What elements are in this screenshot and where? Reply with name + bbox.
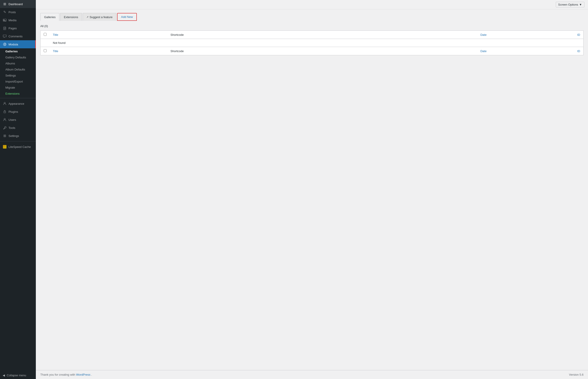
table-foot: Title Shortcode Date ID <box>41 47 584 55</box>
sidebar-item-label: Appearance <box>9 102 24 105</box>
sidebar-divider <box>0 98 36 98</box>
sidebar-item-comments[interactable]: Comments <box>0 32 36 40</box>
sidebar-item-pages[interactable]: Pages <box>0 24 36 32</box>
topbar: Screen Options ▼ <box>36 0 588 9</box>
collapse-label: Collapse menu <box>7 374 26 377</box>
sidebar-divider-2 <box>0 141 36 142</box>
footer: Thank you for creating with WordPress . … <box>36 370 588 379</box>
not-found-checkbox <box>41 39 50 47</box>
external-link-icon: ↗ <box>86 16 88 18</box>
sidebar-item-label: Comments <box>9 35 23 38</box>
media-icon <box>3 18 7 22</box>
sidebar-item-dashboard[interactable]: ⊞ Dashboard <box>0 0 36 8</box>
table-row-not-found: Not found <box>41 39 584 47</box>
svg-point-11 <box>4 118 5 120</box>
tab-extensions-label: Extensions <box>64 16 78 19</box>
table-header-title[interactable]: Title <box>50 31 167 39</box>
table-footer-date[interactable]: Date <box>364 47 490 55</box>
tab-extensions[interactable]: Extensions <box>60 13 82 21</box>
sidebar-item-label: Users <box>9 118 16 122</box>
svg-rect-1 <box>4 19 4 20</box>
sidebar-item-settings[interactable]: ⊞ Settings <box>0 132 36 140</box>
tab-suggest[interactable]: ↗ Suggest a feature <box>83 13 116 21</box>
screen-options-button[interactable]: Screen Options ▼ <box>556 2 584 7</box>
galleries-table: Title Shortcode Date ID Not found <box>40 31 584 55</box>
sidebar-subitem-albums[interactable]: Albums <box>0 60 36 66</box>
dashboard-icon: ⊞ <box>3 2 7 6</box>
table-footer-id[interactable]: ID <box>490 47 584 55</box>
collapse-icon: ◀ <box>3 374 5 377</box>
sidebar-item-users[interactable]: Users <box>0 116 36 124</box>
filter-count: (0) <box>44 24 48 28</box>
filter-all-label: All <box>40 24 43 28</box>
content-area: Galleries Extensions ↗ Suggest a feature… <box>36 9 588 370</box>
sidebar-item-litespeed[interactable]: LiteSpeed Cache <box>0 143 36 151</box>
pages-icon <box>3 26 7 30</box>
sidebar-subitem-gallery-defaults[interactable]: Gallery Defaults <box>0 54 36 60</box>
sidebar-item-label: Media <box>9 18 16 22</box>
sidebar-item-label: Posts <box>9 11 16 14</box>
sidebar-item-appearance[interactable]: Appearance <box>0 100 36 108</box>
litespeed-icon <box>3 145 7 149</box>
table-header-shortcode: Shortcode <box>167 31 364 39</box>
sidebar-item-modula[interactable]: Modula <box>0 40 36 48</box>
sidebar-item-label: Pages <box>9 27 17 30</box>
settings-icon: ⊞ <box>3 134 7 138</box>
footer-text: Thank you for creating with WordPress . <box>40 373 92 376</box>
wordpress-link[interactable]: WordPress <box>76 373 91 376</box>
sidebar-subitem-extensions[interactable]: Extensions <box>0 91 36 97</box>
plugins-icon <box>3 110 7 114</box>
posts-icon: ✎ <box>3 10 7 14</box>
filter-bar: All (0) <box>40 24 584 28</box>
tab-galleries[interactable]: Galleries <box>40 13 59 21</box>
table-header-id[interactable]: ID <box>490 31 584 39</box>
collapse-menu[interactable]: ◀ Collapse menu <box>0 372 36 379</box>
table-header-date[interactable]: Date <box>364 31 490 39</box>
modula-icon <box>3 42 7 46</box>
svg-point-8 <box>4 102 5 104</box>
sidebar-subitem-galleries[interactable]: Galleries <box>0 48 36 54</box>
version-text: Version 5.6 <box>569 373 584 376</box>
users-icon <box>3 118 7 122</box>
table-footer-title[interactable]: Title <box>50 47 167 55</box>
sidebar: ⊞ Dashboard ✎ Posts Media Pages <box>0 0 36 379</box>
sidebar-subitem-import-export[interactable]: Import/Export <box>0 79 36 85</box>
table-head: Title Shortcode Date ID <box>41 31 584 39</box>
screen-options-arrow: ▼ <box>579 3 582 6</box>
select-all-footer-checkbox[interactable] <box>44 49 47 52</box>
table-footer-checkbox <box>41 47 50 55</box>
tools-icon <box>3 126 7 130</box>
table-footer-shortcode: Shortcode <box>167 47 364 55</box>
sidebar-item-label: Settings <box>9 134 19 138</box>
sidebar-item-tools[interactable]: Tools <box>0 124 36 132</box>
sidebar-subitem-album-defaults[interactable]: Album Defaults <box>0 66 36 73</box>
tab-add-new[interactable]: Add New <box>117 13 137 21</box>
table-body: Not found <box>41 39 584 47</box>
tab-galleries-label: Galleries <box>44 16 56 19</box>
sidebar-item-label: Dashboard <box>9 2 23 6</box>
not-found-message: Not found <box>50 39 584 47</box>
sidebar-item-media[interactable]: Media <box>0 16 36 24</box>
sidebar-item-label: LiteSpeed Cache <box>9 145 31 149</box>
tab-suggest-label: Suggest a feature <box>90 16 113 19</box>
comments-icon <box>3 34 7 38</box>
svg-point-7 <box>4 44 5 45</box>
sidebar-item-plugins[interactable]: Plugins <box>0 108 36 116</box>
sidebar-item-posts[interactable]: ✎ Posts <box>0 8 36 16</box>
sidebar-subitem-settings[interactable]: Settings <box>0 73 36 79</box>
tab-add-new-label: Add New <box>121 15 133 18</box>
select-all-checkbox[interactable] <box>44 33 47 36</box>
sidebar-subitem-migrate[interactable]: Migrate <box>0 85 36 91</box>
sidebar-item-label: Modula <box>9 43 18 46</box>
appearance-icon <box>3 102 7 106</box>
screen-options-label: Screen Options <box>558 3 578 6</box>
tabs-bar: Galleries Extensions ↗ Suggest a feature… <box>40 13 584 21</box>
main-content: Screen Options ▼ Galleries Extensions ↗ … <box>36 0 588 379</box>
sidebar-item-label: Tools <box>9 126 15 129</box>
table-header-checkbox <box>41 31 50 39</box>
sidebar-item-label: Plugins <box>9 110 18 113</box>
